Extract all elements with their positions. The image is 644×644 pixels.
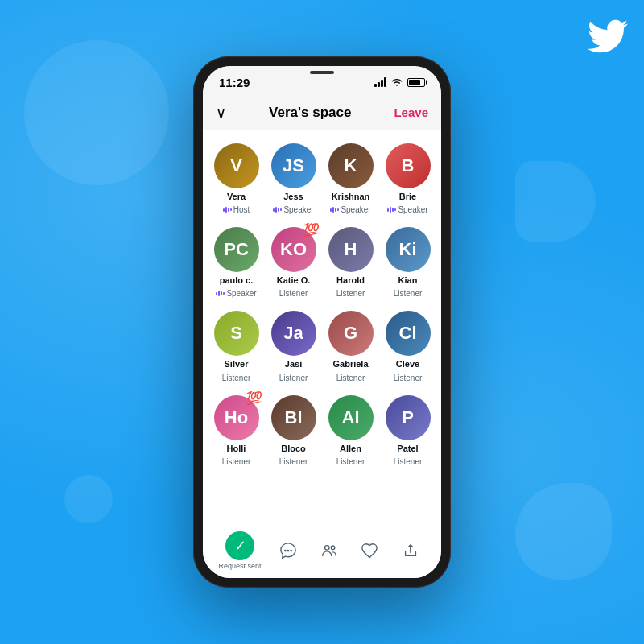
participant-name-brie: Brie (399, 192, 416, 202)
participant-role-jess: Speaker (273, 205, 313, 214)
avatar-paulo: PC (214, 227, 259, 272)
participant-vera[interactable]: VVeraHost (209, 140, 263, 217)
participant-role-katie: Listener (279, 289, 308, 298)
speaker-wave-vera (223, 207, 232, 213)
participant-role-vera: Host (223, 205, 250, 214)
speaker-wave-krishnan (330, 207, 339, 213)
participant-name-krishnan: Krishnan (332, 192, 370, 202)
participant-jasi[interactable]: JaJasiListener (266, 308, 320, 385)
participant-silver[interactable]: SSilverListener (209, 308, 263, 385)
participant-role-paulo: Speaker (216, 289, 256, 298)
share-icon (396, 536, 425, 565)
avatar-container-jasi: Ja (271, 311, 316, 356)
decoration-splatter-1 (24, 40, 169, 185)
participant-role-cleve: Listener (394, 374, 423, 382)
participant-role-krishnan: Speaker (330, 205, 370, 214)
decoration-splatter-2 (515, 161, 596, 242)
avatar-container-patel: P (386, 395, 431, 440)
participant-name-bloco: Bloco (281, 444, 306, 454)
avatar-jasi: Ja (271, 311, 316, 356)
participant-role-jasi: Listener (279, 374, 308, 382)
decoration-splatter-4 (515, 483, 612, 580)
avatar-container-krishnan: K (328, 143, 374, 188)
bottom-bar: ✓ Request sent (203, 522, 441, 578)
participant-kian[interactable]: KiKianListener (381, 224, 435, 301)
participant-role-brie: Speaker (387, 205, 427, 214)
participant-jess[interactable]: JSJessSpeaker (266, 140, 320, 217)
participant-role-allen: Listener (336, 457, 365, 466)
avatar-container-jess: JS (271, 143, 316, 188)
participant-patel[interactable]: PPatelListener (381, 392, 435, 469)
decoration-splatter-3 (64, 475, 113, 523)
participant-role-gabriela: Listener (336, 374, 365, 382)
request-sent-action[interactable]: ✓ Request sent (218, 531, 261, 570)
participants-grid: VVeraHostJSJessSpeakerKKrishnanSpeakerBB… (209, 140, 435, 469)
check-icon: ✓ (225, 531, 254, 560)
participant-name-paulo: paulo c. (220, 275, 254, 286)
avatar-patel: P (386, 395, 431, 440)
participant-name-silver: Silver (225, 359, 249, 369)
participant-holli[interactable]: Ho💯HolliListener (209, 392, 263, 469)
participant-brie[interactable]: BBrieSpeaker (381, 140, 435, 217)
status-time: 11:29 (219, 76, 250, 89)
people-icon (315, 536, 344, 565)
svg-point-2 (290, 549, 292, 551)
leave-button[interactable]: Leave (394, 105, 428, 119)
avatar-container-holli: Ho💯 (214, 395, 259, 440)
participant-name-katie: Katie O. (277, 275, 311, 286)
participant-gabriela[interactable]: GGabrielaListener (324, 308, 378, 385)
twitter-logo (588, 16, 628, 56)
request-sent-label: Request sent (218, 562, 261, 570)
avatar-silver: S (214, 311, 259, 356)
avatar-bloco: Bl (271, 395, 316, 440)
participant-bloco[interactable]: BlBlocoListener (266, 392, 320, 469)
app-header: ∨ Vera's space Leave (203, 95, 441, 130)
avatar-cleve: Cl (386, 311, 431, 356)
emoji-badge-holli: 💯 (246, 392, 262, 405)
avatar-vera: V (214, 143, 259, 188)
participant-allen[interactable]: AlAllenListener (324, 392, 378, 469)
phone-frame: 11:29 ∨ Vera's space (193, 56, 451, 588)
participant-name-harold: Harold (336, 275, 365, 286)
avatar-kian: Ki (386, 227, 431, 272)
people-action[interactable] (315, 536, 344, 565)
status-icons (374, 76, 425, 89)
avatar-allen: Al (328, 395, 374, 440)
emoji-badge-katie: 💯 (303, 224, 320, 237)
participant-name-holli: Holli (227, 444, 246, 454)
participant-role-harold: Listener (336, 289, 365, 298)
share-action[interactable] (396, 536, 425, 565)
participant-name-jess: Jess (283, 192, 303, 202)
chat-action[interactable] (274, 536, 303, 565)
avatar-container-kian: Ki (386, 227, 431, 272)
avatar-container-cleve: Cl (386, 311, 431, 356)
avatar-harold: H (328, 227, 374, 272)
wifi-icon (390, 76, 403, 89)
chevron-down-icon[interactable]: ∨ (216, 104, 226, 122)
avatar-container-harold: H (328, 227, 374, 272)
heart-action[interactable] (355, 536, 384, 565)
avatar-container-paulo: PC (214, 227, 259, 272)
participant-name-gabriela: Gabriela (332, 359, 368, 369)
participant-krishnan[interactable]: KKrishnanSpeaker (324, 140, 378, 217)
participant-harold[interactable]: HHaroldListener (324, 224, 378, 301)
participant-cleve[interactable]: ClCleveListener (381, 308, 435, 385)
avatar-brie: B (386, 143, 431, 188)
participant-role-holli: Listener (222, 457, 251, 466)
participant-name-vera: Vera (227, 192, 246, 202)
svg-point-4 (331, 546, 335, 550)
participant-paulo[interactable]: PCpaulo c.Speaker (209, 224, 263, 301)
avatar-container-gabriela: G (328, 311, 374, 356)
avatar-container-allen: Al (328, 395, 374, 440)
signal-bars-icon (374, 77, 386, 87)
svg-point-3 (324, 545, 329, 550)
participant-name-allen: Allen (340, 444, 361, 454)
chat-icon (274, 536, 303, 565)
participant-katie[interactable]: KO💯Katie O.Listener (266, 224, 320, 301)
avatar-jess: JS (271, 143, 316, 188)
heart-icon (355, 536, 384, 565)
phone-screen: 11:29 ∨ Vera's space (203, 66, 441, 578)
participants-scroll[interactable]: VVeraHostJSJessSpeakerKKrishnanSpeakerBB… (203, 130, 441, 522)
avatar-container-brie: B (386, 143, 431, 188)
participant-name-cleve: Cleve (396, 359, 419, 369)
